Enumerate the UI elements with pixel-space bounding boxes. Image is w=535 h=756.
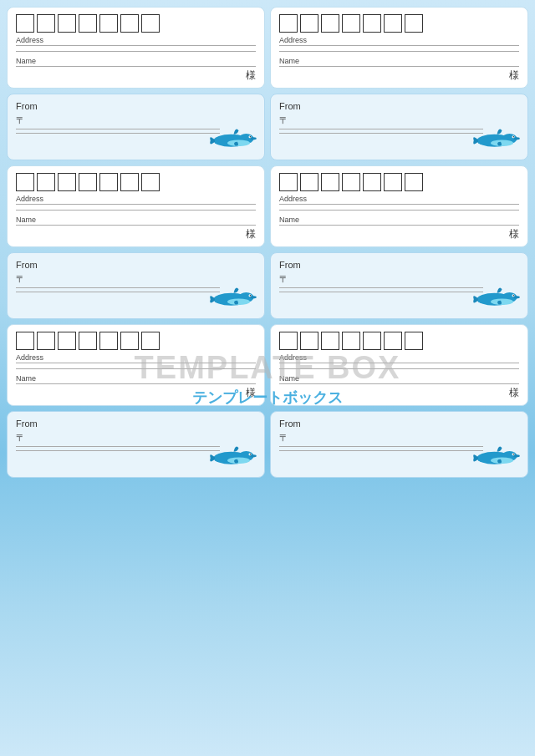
dolphin-icon (471, 282, 521, 313)
from-line-1 (279, 287, 483, 288)
dolphin-icon (207, 282, 257, 313)
address-label: Address (279, 195, 519, 203)
address-label: Address (16, 353, 256, 362)
dolphin-icon (471, 440, 521, 472)
dolphin-icon (471, 123, 521, 155)
address-label: Address (16, 36, 256, 44)
svg-point-29 (491, 458, 513, 464)
zip-box (279, 332, 298, 350)
sama-text: 様 (509, 386, 519, 400)
from-card-5: From 〒 (7, 411, 265, 478)
from-label: From (279, 101, 519, 111)
zip-box (99, 332, 118, 350)
dolphin-icon (207, 123, 257, 155)
svg-point-13 (250, 295, 252, 297)
name-line (279, 383, 519, 384)
zip-box (37, 14, 55, 33)
zip-box (342, 173, 360, 191)
from-card-2: From 〒 (270, 94, 528, 160)
from-card-4: From 〒 (270, 252, 528, 319)
sama-text: 様 (246, 227, 256, 241)
svg-point-18 (513, 295, 515, 297)
address-card-5: Address Name 様 (7, 324, 265, 406)
sama-text: 様 (509, 68, 519, 83)
zip-box (37, 173, 55, 191)
from-line-2 (279, 292, 483, 292)
zip-box (300, 173, 318, 191)
name-label: Name (279, 57, 519, 65)
from-label: From (16, 101, 256, 111)
name-label: Name (16, 374, 256, 383)
name-label: Name (16, 216, 256, 224)
zip-box (99, 173, 118, 191)
address-line-2 (279, 210, 519, 211)
from-line-1 (16, 129, 220, 129)
zip-box (384, 14, 402, 33)
svg-point-8 (513, 136, 515, 138)
address-line-2 (16, 51, 256, 52)
zip-box (300, 14, 318, 33)
svg-point-24 (227, 458, 250, 464)
address-line-1 (16, 204, 256, 205)
zip-box (384, 332, 402, 350)
zip-box (342, 14, 360, 33)
svg-point-28 (513, 454, 515, 455)
zip-boxes-3 (16, 173, 256, 191)
zip-box (141, 332, 160, 350)
name-label: Name (279, 374, 519, 383)
zip-box (405, 14, 423, 33)
from-label: From (279, 419, 519, 429)
name-row: 様 (16, 68, 256, 83)
from-line-2 (16, 292, 220, 292)
address-line-2 (16, 368, 256, 369)
zip-box (279, 173, 298, 191)
name-row: 様 (279, 227, 519, 241)
from-label: From (16, 260, 256, 270)
from-line-1 (16, 446, 220, 447)
zip-box (16, 173, 34, 191)
zip-box (58, 173, 76, 191)
name-row: 様 (16, 227, 256, 241)
zip-box (321, 14, 339, 33)
address-label: Address (279, 36, 519, 44)
address-card-1: Address Name 様 (7, 7, 265, 89)
from-line-1 (16, 287, 220, 288)
zip-box (58, 332, 76, 350)
name-row: 様 (16, 386, 256, 400)
svg-point-4 (227, 140, 250, 147)
from-line-2 (279, 133, 483, 134)
from-card-1: From 〒 (7, 94, 265, 160)
zip-box (342, 332, 360, 350)
zip-box (37, 332, 55, 350)
zip-box (363, 173, 381, 191)
address-line-1 (279, 45, 519, 46)
main-grid: Address Name 様 Address Name 様 From 〒 (0, 0, 535, 485)
zip-box (79, 173, 97, 191)
name-row: 様 (279, 386, 519, 400)
name-line (16, 66, 256, 67)
zip-box (405, 332, 423, 350)
from-label: From (16, 419, 256, 429)
zip-box (79, 14, 97, 33)
zip-box (58, 14, 76, 33)
name-line (279, 66, 519, 67)
from-line-2 (16, 133, 220, 134)
name-label: Name (279, 216, 519, 224)
name-line (16, 383, 256, 384)
address-line-1 (16, 45, 256, 46)
zip-box (363, 332, 381, 350)
zip-box (79, 332, 97, 350)
svg-point-19 (491, 299, 513, 306)
sama-text: 様 (509, 227, 519, 241)
address-card-6: Address Name 様 (270, 324, 528, 406)
svg-point-9 (491, 140, 513, 147)
from-line-1 (279, 446, 483, 447)
from-label: From (279, 260, 519, 270)
zip-boxes-2 (279, 14, 519, 33)
address-card-4: Address Name 様 (270, 165, 528, 247)
name-line (16, 225, 256, 226)
zip-box (141, 173, 160, 191)
address-card-2: Address Name 様 (270, 7, 528, 89)
zip-box (279, 14, 298, 33)
address-line-1 (16, 363, 256, 363)
